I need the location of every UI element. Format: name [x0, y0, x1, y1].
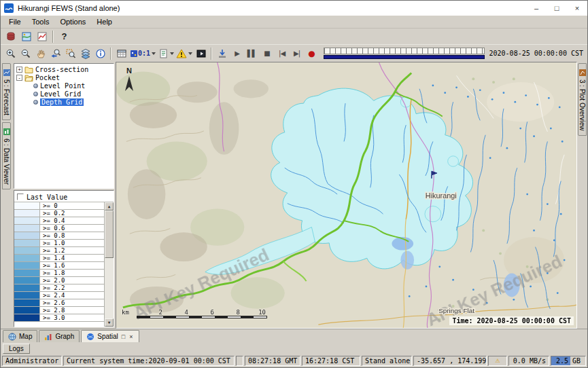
label-glyph: [130, 50, 138, 58]
scale-tick-label: 8: [214, 309, 240, 316]
maximize-button[interactable]: □: [547, 1, 567, 16]
help-icon[interactable]: ?: [57, 30, 71, 43]
current-timestep: 2020-08-25 00:00:00 CST: [489, 50, 585, 57]
layers-icon[interactable]: [78, 47, 92, 60]
animation-icon[interactable]: [194, 47, 208, 60]
help-glyph: ?: [59, 31, 70, 41]
scrollbar-track[interactable]: [105, 210, 114, 318]
tab-plot-overview[interactable]: 3 : Plot Overview: [578, 63, 587, 136]
tree-item-level-point[interactable]: Level Point: [14, 81, 114, 90]
scale-tick-label: 6: [188, 309, 214, 316]
menu-item[interactable]: Tools: [27, 17, 55, 26]
database-glyph: [5, 31, 16, 42]
info-icon[interactable]: [93, 47, 107, 60]
step-back-button[interactable]: |◀: [275, 47, 289, 60]
tab-data-viewer[interactable]: 6 : Data Viewer: [2, 122, 11, 189]
chart-display-glyph: [37, 31, 48, 42]
play-glyph: ▶: [235, 50, 239, 57]
scale-labels: km 246810: [122, 309, 267, 316]
scrollbar-thumb[interactable]: [105, 210, 114, 258]
zoom-previous-icon[interactable]: [48, 47, 63, 60]
label-threshold-dropdown[interactable]: 0:1: [129, 47, 156, 60]
tree-item-label: Cross-section: [35, 66, 88, 73]
legend-color-swatch: [14, 255, 40, 261]
scale-tick-label: 2: [137, 309, 162, 316]
legend-row-label: >= 3.0: [40, 314, 104, 321]
map-view[interactable]: API Key Required API Key Required Hikura…: [116, 62, 577, 329]
legend-row-label: >= 2.8: [40, 307, 104, 314]
timeline-ruler: [324, 48, 484, 54]
legend-color-swatch: [14, 202, 40, 209]
status-user: Administrator: [2, 356, 62, 366]
legend-color-swatch: [14, 270, 40, 276]
logs-row: Logs: [1, 342, 587, 355]
legend-row-label: >= 2.6: [40, 299, 104, 306]
forecast-tab-icon: [3, 69, 10, 76]
tree-item-level-grid[interactable]: Level Grid: [14, 90, 114, 98]
profile-display-dropdown[interactable]: [157, 47, 175, 60]
legend-scrollbar[interactable]: ▲ ▼: [104, 202, 114, 327]
menu-item[interactable]: Help: [91, 17, 118, 26]
timeline-range-bar: [324, 55, 484, 59]
collapse-icon[interactable]: -: [16, 75, 22, 81]
zoom-out-icon[interactable]: [18, 47, 33, 60]
zoom-rectangle-icon[interactable]: [63, 47, 77, 60]
legend-color-swatch: [14, 299, 40, 306]
status-warning-icon[interactable]: ⚠: [488, 356, 507, 366]
pan-icon[interactable]: [33, 47, 48, 60]
export-animation-icon[interactable]: [215, 47, 229, 60]
map-canvas[interactable]: API Key Required API Key Required Hikura…: [116, 62, 576, 328]
tree-item-depth-grid[interactable]: Depth Grid: [14, 98, 114, 106]
minimize-button[interactable]: –: [526, 1, 547, 16]
last-value-label: Last Value: [27, 194, 67, 201]
scroll-down-icon[interactable]: ▼: [105, 318, 114, 327]
chevron-down-icon: [188, 52, 192, 55]
area-label: Springs Flat: [438, 307, 474, 314]
export-glyph: [217, 48, 228, 59]
database-icon[interactable]: [3, 30, 18, 43]
tab-spatial[interactable]: Spatial □ ×: [81, 330, 139, 342]
legend-color-swatch: [14, 314, 40, 321]
town-label: Hikurangi: [426, 191, 457, 200]
close-button[interactable]: ×: [567, 1, 587, 16]
expand-icon[interactable]: +: [16, 67, 22, 73]
pause-button[interactable]: ▌▌: [245, 47, 259, 60]
status-system-time: Current system time:2020-09-01 00:00 CST: [63, 356, 235, 366]
tab-graph[interactable]: Graph: [39, 330, 80, 342]
menu-item[interactable]: Options: [54, 17, 91, 26]
legend-color-swatch: [14, 307, 40, 314]
legend-row-label: >= 0.6: [40, 225, 104, 232]
spatial-globe-icon: [86, 333, 94, 341]
step-forward-button[interactable]: ▶|: [290, 47, 304, 60]
title-bar: Hikurangi FEWS (Stand alone) – □ ×: [1, 1, 587, 16]
logs-button[interactable]: Logs: [3, 344, 30, 354]
map-display-icon[interactable]: [19, 30, 33, 43]
legend-row: >= 2.6: [14, 299, 104, 307]
map-display-glyph: [21, 31, 32, 42]
scale-tick-label: 4: [162, 309, 188, 316]
legend-row: >= 0.8: [14, 232, 104, 240]
status-coordinates: -35.657 , 174.199: [413, 356, 487, 366]
tab-forecast[interactable]: 5 : Forecast: [2, 63, 11, 120]
status-bar: Administrator Current system time:2020-0…: [1, 355, 587, 367]
chevron-down-icon: [170, 52, 174, 55]
tree-item-cross-section[interactable]: + Cross-section: [14, 65, 114, 73]
last-value-checkbox[interactable]: [17, 194, 24, 200]
zoom-in-icon[interactable]: [3, 47, 18, 60]
tree-item-pocket[interactable]: - Pocket: [14, 73, 114, 81]
scroll-up-icon[interactable]: ▲: [105, 202, 114, 210]
tab-map[interactable]: Map: [3, 330, 37, 342]
chart-display-icon[interactable]: [35, 30, 49, 43]
play-button[interactable]: ▶: [230, 47, 244, 60]
warning-display-dropdown[interactable]: [175, 47, 193, 60]
legend-row-label: >= 2.4: [40, 292, 104, 299]
timeline-slider[interactable]: [324, 48, 484, 59]
grid-display-icon[interactable]: [114, 47, 128, 60]
close-panel-icon[interactable]: ×: [128, 333, 133, 340]
zoom-rectangle-glyph: [65, 48, 76, 59]
menu-item[interactable]: File: [3, 17, 27, 26]
record-button[interactable]: ●: [305, 47, 319, 60]
float-panel-icon[interactable]: □: [121, 333, 126, 340]
plot-overview-tab-icon: [579, 69, 586, 76]
stop-button[interactable]: ■: [260, 47, 274, 60]
